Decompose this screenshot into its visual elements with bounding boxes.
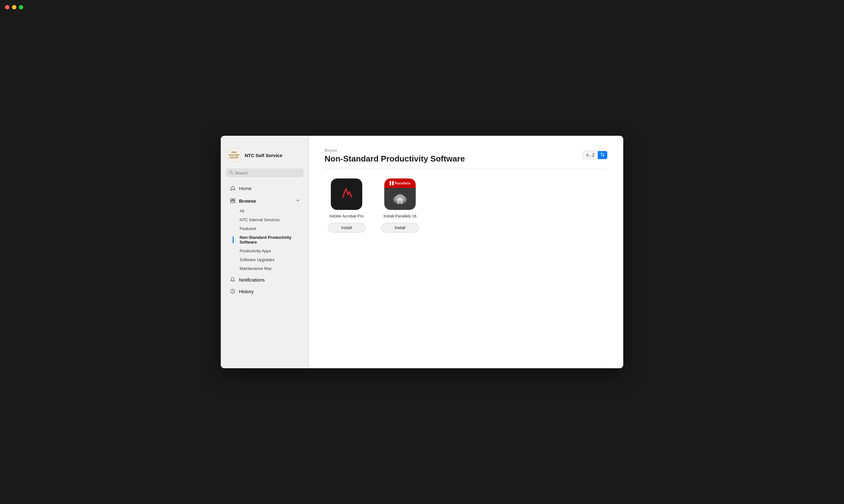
sidebar-item-productivity-apps[interactable]: Productivity Apps [223,247,306,255]
adobe-acrobat-icon [331,179,362,210]
history-icon [230,288,236,294]
items-grid: Adobe Acrobat Pro Install Parallels [324,179,608,233]
app-item-parallels: Parallels [378,179,422,233]
svg-rect-13 [399,201,401,204]
parallels-name: Install Parallels 16 [383,214,417,219]
adobe-acrobat-name: Adobe Acrobat Pro [329,214,364,219]
app-item-adobe-acrobat: Adobe Acrobat Pro Install [324,179,369,233]
sidebar-item-browse[interactable]: Browse [223,195,306,206]
sort-control: A...Z [583,151,608,159]
notifications-label: Notifications [239,277,265,283]
browse-section: Browse All NTC Internal Se [221,195,309,273]
sidebar-item-history[interactable]: History [223,286,306,297]
sidebar-item-notifications[interactable]: Notifications [223,274,306,285]
content-header: Browse Non-Standard Productivity Softwar… [324,148,608,164]
app-container: NEWTEACHERCENTER NTC Self Service [221,136,623,368]
page-title: Non-Standard Productivity Software [324,154,583,164]
search-icon [229,170,233,175]
parallels-install-button[interactable]: Install [381,223,419,233]
parallels-bar-1 [390,181,391,185]
browse-label: Browse [239,198,293,204]
sidebar-item-featured[interactable]: Featured [223,224,306,233]
sort-label: A...Z [583,151,598,159]
ntc-logo: NEWTEACHERCENTER [227,148,241,162]
svg-line-1 [232,173,233,174]
bell-icon [230,276,236,283]
software-upgrades-label: Software Upgrades [240,257,275,262]
breadcrumb-title-area: Browse Non-Standard Productivity Softwar… [324,148,583,164]
app-window: NEWTEACHERCENTER NTC Self Service [221,136,623,368]
parallels-bars [390,181,394,185]
nav-section: Home Browse [221,182,309,368]
sidebar: NEWTEACHERCENTER NTC Self Service [221,136,309,368]
parallels-brand-label: Parallels [395,181,411,185]
sidebar-item-home[interactable]: Home [223,183,306,194]
parallels-cloud-house-svg [390,190,409,208]
parallels-bottom-area [384,188,416,210]
parallels-icon-container: Parallels [384,179,416,210]
history-label: History [239,289,254,294]
search-input[interactable] [235,170,300,175]
home-label: Home [239,186,251,191]
parallels-top-bar: Parallels [384,179,416,188]
sidebar-item-non-standard[interactable]: Non-Standard Productivity Software [223,233,306,246]
non-standard-label: Non-Standard Productivity Software [240,235,300,245]
ntc-logo-text: NEWTEACHERCENTER [229,151,239,159]
browse-icon [230,198,236,204]
chevron-down-icon [296,199,300,203]
adobe-acrobat-install-button[interactable]: Install [328,223,365,233]
sidebar-header: NEWTEACHERCENTER NTC Self Service [221,148,309,168]
ntc-internal-label: NTC Internal Services [240,217,280,222]
content-divider [324,169,608,169]
acrobat-symbol [337,183,356,205]
sidebar-item-maintenance-mac[interactable]: Maintenance Mac [223,264,306,273]
svg-rect-6 [337,183,356,202]
sidebar-item-ntc-internal[interactable]: NTC Internal Services [223,216,306,224]
featured-label: Featured [240,226,256,231]
sort-select-container[interactable]: A...Z [583,151,608,159]
home-icon [230,185,236,191]
svg-rect-2 [230,199,232,200]
main-content: Browse Non-Standard Productivity Softwar… [309,136,623,368]
sort-button[interactable] [598,151,607,159]
breadcrumb: Browse [324,148,583,153]
browse-sub-items: All NTC Internal Services Featured Non-S… [221,207,309,273]
parallels-bar-2 [392,181,394,185]
productivity-apps-label: Productivity Apps [240,249,271,253]
sort-arrows-icon [600,152,605,158]
all-label: All [240,209,244,213]
search-box[interactable] [226,168,303,177]
sidebar-item-all[interactable]: All [223,207,306,215]
maintenance-mac-label: Maintenance Mac [240,266,272,271]
svg-rect-3 [230,201,235,203]
sidebar-item-software-upgrades[interactable]: Software Upgrades [223,255,306,264]
search-container [221,168,309,182]
svg-rect-4 [233,199,235,200]
app-title: NTC Self Service [245,153,282,158]
